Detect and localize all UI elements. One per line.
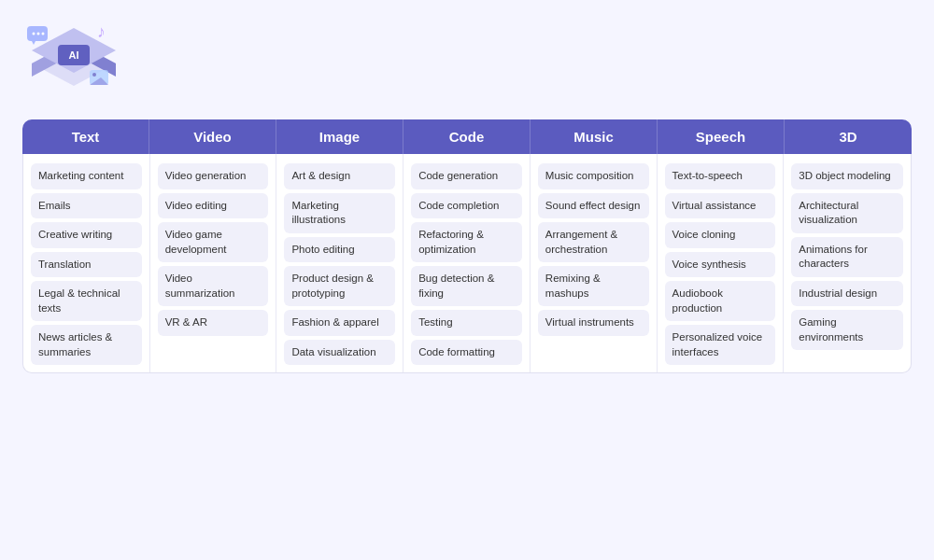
page: AI ♪ TextVideoIm — [0, 0, 934, 560]
table-cell: Photo editing — [284, 237, 395, 263]
table-cell: Code completion — [411, 193, 522, 219]
table-cell: Code generation — [411, 163, 522, 189]
col-header-image: Image — [276, 119, 403, 154]
table-cell: Product design & prototyping — [284, 266, 395, 306]
table-cell: Gaming environments — [791, 310, 903, 350]
table-col-video: Video generationVideo editingVideo game … — [150, 154, 277, 372]
table-cell: Fashion & apparel — [284, 310, 395, 336]
table-cell: Data visualization — [284, 340, 395, 366]
table-cell: Marketing illustrations — [284, 193, 395, 233]
table-cell: Industrial design — [791, 281, 903, 307]
table-cell: Music composition — [538, 163, 649, 189]
table-cell: News articles & summaries — [31, 325, 142, 365]
header: AI ♪ — [22, 19, 912, 103]
table-cell: Translation — [31, 252, 142, 278]
table-col-text: Marketing contentEmailsCreative writingT… — [23, 154, 150, 372]
table-cell: Personalized voice interfaces — [665, 325, 776, 365]
table-cell: Audiobook production — [665, 281, 776, 321]
table-cell: VR & AR — [158, 310, 269, 336]
table-cell: Testing — [411, 310, 522, 336]
table-cell: Refactoring & optimization — [411, 222, 522, 262]
svg-point-8 — [37, 33, 40, 35]
table-cell: Architectural visualization — [791, 193, 903, 233]
svg-text:♪: ♪ — [97, 22, 106, 41]
col-header-speech: Speech — [658, 119, 785, 154]
table-cell: Video summarization — [158, 266, 269, 306]
table-cell: Remixing & mashups — [538, 266, 649, 306]
table-cell: Virtual instruments — [538, 310, 649, 336]
table-cell: 3D object modeling — [791, 163, 903, 189]
table-col-code: Code generationCode completionRefactorin… — [403, 154, 531, 372]
table-col-3d: 3D object modelingArchitectural visualiz… — [784, 154, 911, 372]
table-cell: Art & design — [284, 163, 395, 189]
table-cell: Arrangement & orchestration — [538, 222, 649, 262]
table-cell: Creative writing — [31, 222, 142, 248]
svg-point-13 — [92, 73, 96, 77]
table: TextVideoImageCodeMusicSpeech3D Marketin… — [22, 119, 912, 373]
table-cell: Marketing content — [31, 163, 142, 189]
table-cell: Video game development — [158, 222, 269, 262]
table-cell: Code formatting — [411, 340, 522, 366]
header-icon: AI ♪ — [22, 19, 125, 103]
column-headers: TextVideoImageCodeMusicSpeech3D — [22, 119, 912, 154]
table-cell: Animations for characters — [791, 237, 903, 277]
table-cell: Video editing — [158, 193, 269, 219]
table-col-speech: Text-to-speechVirtual assistanceVoice cl… — [658, 154, 785, 372]
svg-point-9 — [42, 33, 45, 35]
col-header-code: Code — [403, 119, 531, 154]
table-cell: Video generation — [158, 163, 269, 189]
col-header-music: Music — [531, 119, 658, 154]
table-body: Marketing contentEmailsCreative writingT… — [22, 154, 912, 373]
table-cell: Emails — [31, 193, 142, 219]
table-cell: Text-to-speech — [665, 163, 776, 189]
svg-marker-10 — [32, 41, 35, 45]
svg-text:AI: AI — [69, 49, 79, 61]
col-header-3d: 3D — [785, 119, 912, 154]
col-header-text: Text — [22, 119, 149, 154]
table-cell: Virtual assistance — [665, 193, 776, 219]
col-header-video: Video — [149, 119, 276, 154]
svg-point-7 — [33, 33, 35, 35]
table-col-image: Art & designMarketing illustrationsPhoto… — [276, 154, 403, 372]
table-cell: Sound effect design — [538, 193, 649, 219]
table-col-music: Music compositionSound effect designArra… — [531, 154, 658, 372]
table-cell: Voice synthesis — [665, 252, 776, 278]
table-cell: Legal & technical texts — [31, 281, 142, 321]
table-cell: Voice cloning — [665, 222, 776, 248]
table-cell: Bug detection & fixing — [411, 266, 522, 306]
